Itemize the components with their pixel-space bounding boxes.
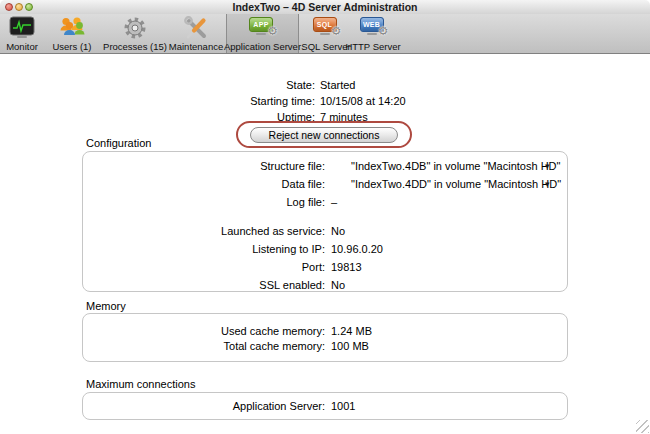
- small-gear-icon: ⚙: [331, 25, 342, 37]
- http-server-icon: WEB ⚙: [358, 15, 389, 41]
- toolbar: Monitor Users (1): [0, 14, 650, 54]
- toolbar-label: HTTP Server: [345, 41, 400, 52]
- monitor-stand: [320, 33, 330, 35]
- log-file-value: –: [331, 196, 337, 208]
- ssl-enabled-label: SSL enabled:: [83, 279, 325, 291]
- title-bar[interactable]: IndexTwo – 4D Server Administration: [0, 0, 650, 15]
- used-cache-label: Used cache memory:: [83, 325, 325, 337]
- max-connections-box: Application Server: 1001: [82, 392, 568, 420]
- log-file-row: Log file: –: [83, 193, 567, 211]
- port-value: 19813: [331, 261, 362, 273]
- starting-time-label: Starting time:: [0, 95, 315, 107]
- state-row: State: Started: [0, 77, 650, 93]
- tools-icon: [182, 15, 210, 41]
- monitor-stand: [367, 33, 377, 35]
- total-cache-value: 100 MB: [331, 340, 369, 352]
- used-cache-value: 1.24 MB: [331, 325, 372, 337]
- structure-file-value: "IndexTwo.4DB" in volume "Macintosh HD": [351, 160, 560, 172]
- starting-time-value: 10/15/08 at 14:20: [320, 95, 406, 107]
- app-server-max-label: Application Server:: [83, 400, 325, 412]
- toolbar-item-users[interactable]: Users (1): [44, 14, 100, 53]
- listening-ip-label: Listening to IP:: [83, 243, 325, 255]
- toolbar-item-processes[interactable]: Processes (15): [100, 14, 170, 53]
- toolbar-item-sql-server[interactable]: SQL ⚙ SQL Server: [301, 14, 351, 53]
- toolbar-label: Users (1): [52, 41, 91, 52]
- monitor-stand: [256, 33, 266, 35]
- app-server-max-row: Application Server: 1001: [83, 397, 567, 415]
- memory-box: Used cache memory: 1.24 MB Total cache m…: [82, 313, 568, 362]
- users-icon: [57, 15, 87, 41]
- launched-as-service-value: No: [331, 225, 345, 237]
- toolbar-item-monitor[interactable]: Monitor: [2, 14, 42, 53]
- state-value: Started: [320, 79, 355, 91]
- monitor-icon: [8, 15, 36, 41]
- total-cache-row: Total cache memory: 100 MB: [83, 337, 567, 355]
- configuration-section-title: Configuration: [86, 137, 151, 149]
- toolbar-label: Application Server: [224, 41, 301, 52]
- resize-grip[interactable]: [636, 420, 649, 433]
- toolbar-label: Monitor: [6, 41, 38, 52]
- sql-server-icon: SQL ⚙: [311, 15, 342, 41]
- toolbar-item-maintenance[interactable]: Maintenance: [166, 14, 226, 53]
- data-file-row: Data file: "IndexTwo.4DD" in volume "Mac…: [83, 175, 567, 193]
- structure-file-row: Structure file: "IndexTwo.4DB" in volume…: [83, 157, 567, 175]
- toolbar-item-application-server[interactable]: APP ⚙ Application Server: [226, 14, 299, 53]
- max-connections-section-title: Maximum connections: [86, 378, 195, 390]
- server-admin-window: IndexTwo – 4D Server Administration Moni…: [0, 0, 650, 434]
- ssl-enabled-row: SSL enabled: No: [83, 276, 567, 294]
- ssl-enabled-value: No: [331, 279, 345, 291]
- minimize-button[interactable]: [15, 3, 23, 11]
- listening-ip-row: Listening to IP: 10.96.0.20: [83, 240, 567, 258]
- small-gear-icon: ⚙: [267, 25, 278, 37]
- structure-file-label: Structure file:: [83, 160, 325, 172]
- configuration-box: Structure file: "IndexTwo.4DB" in volume…: [82, 151, 568, 292]
- app-server-icon: APP ⚙: [247, 15, 278, 41]
- gear-icon: [121, 15, 149, 41]
- toolbar-label: Processes (15): [103, 41, 167, 52]
- port-row: Port: 19813: [83, 258, 567, 276]
- small-gear-icon: ⚙: [378, 25, 389, 37]
- zoom-button[interactable]: [25, 3, 33, 11]
- close-button[interactable]: [5, 3, 13, 11]
- data-file-menu-arrow-icon[interactable]: ▾: [545, 178, 550, 190]
- log-file-label: Log file:: [83, 196, 325, 208]
- starting-time-row: Starting time: 10/15/08 at 14:20: [0, 93, 650, 109]
- reject-new-connections-button[interactable]: Reject new connections: [250, 127, 398, 143]
- structure-file-menu-arrow-icon[interactable]: ▾: [545, 160, 550, 172]
- toolbar-item-http-server[interactable]: WEB ⚙ HTTP Server: [346, 14, 400, 53]
- launched-as-service-label: Launched as service:: [83, 225, 325, 237]
- port-label: Port:: [83, 261, 325, 273]
- app-server-max-value: 1001: [331, 400, 355, 412]
- data-file-label: Data file:: [83, 178, 325, 190]
- toolbar-label: Maintenance: [169, 41, 223, 52]
- window-title: IndexTwo – 4D Server Administration: [0, 0, 650, 14]
- total-cache-label: Total cache memory:: [83, 340, 325, 352]
- launched-as-service-row: Launched as service: No: [83, 222, 567, 240]
- data-file-value: "IndexTwo.4DD" in volume "Macintosh HD": [351, 178, 561, 190]
- memory-section-title: Memory: [86, 300, 126, 312]
- state-label: State:: [0, 79, 315, 91]
- listening-ip-value: 10.96.0.20: [331, 243, 383, 255]
- toolbar-label: SQL Server: [301, 41, 350, 52]
